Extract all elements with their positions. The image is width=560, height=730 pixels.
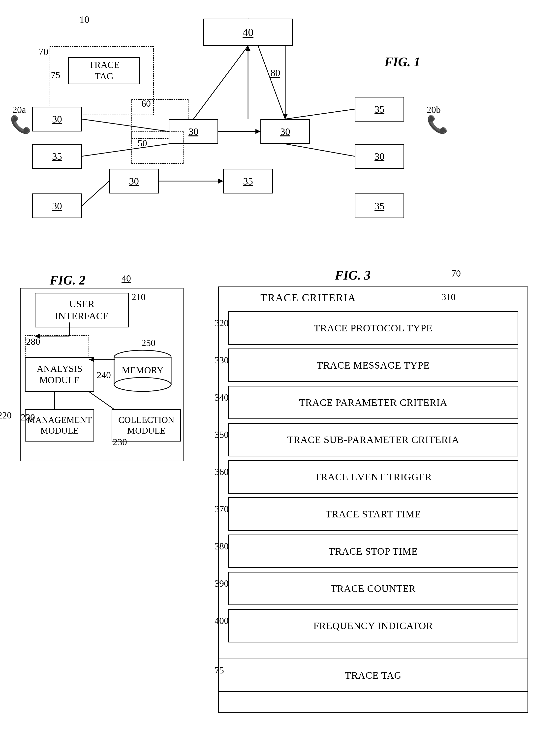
trace-counter-label: TRACE COUNTER (331, 583, 416, 594)
ref-20b: 20b (427, 104, 441, 115)
collection-module-label: COLLECTIONMODULE (118, 415, 174, 436)
svg-marker-12 (218, 179, 223, 184)
ref-240: 240 (97, 370, 111, 381)
trace-tag-label-fig1: TRACETAG (89, 59, 120, 82)
box-trace-tag-fig1: TRACETAG (68, 57, 140, 84)
box-30-flb: 30 (32, 193, 82, 218)
svg-line-2 (193, 46, 248, 119)
ref-70: 70 (38, 46, 48, 58)
ref-210: 210 (131, 291, 146, 302)
ref-75-fig1: 75 (51, 69, 60, 80)
box-30-center-label: 30 (188, 126, 198, 137)
page: FIG. 1 10 40 80 70 TRACETAG 75 30 60 30 … (0, 0, 560, 730)
box-35-lc: 35 (223, 169, 273, 193)
memory-cylinder: MEMORY (112, 350, 174, 392)
box-35-frb: 35 (355, 193, 404, 218)
box-30-flb-label: 30 (52, 200, 62, 212)
ref-75-fig3: 75 (215, 665, 224, 676)
box-30-lu: 30 (32, 107, 82, 131)
svg-marker-16 (283, 114, 288, 119)
box-30-ll: 30 (109, 169, 159, 193)
box-30-rc-label: 30 (280, 126, 290, 137)
ref-400: 400 (215, 615, 229, 626)
trace-parameter-criteria-label: TRACE PARAMETER CRITERIA (299, 397, 447, 408)
fig3-row-380: TRACE STOP TIME (228, 535, 518, 568)
box-40-label: 40 (243, 26, 253, 39)
svg-marker-6 (255, 129, 260, 134)
svg-text:MEMORY: MEMORY (122, 365, 164, 375)
box-30-lr: 30 (355, 144, 404, 169)
ref-220-pos: 220 (21, 412, 35, 423)
box-35-lm-label: 35 (52, 151, 62, 162)
box-35-ur-label: 35 (374, 103, 384, 115)
box-30-ll-label: 30 (129, 175, 139, 187)
trace-start-time-label: TRACE START TIME (326, 508, 421, 520)
management-module-box: MANAGEMENTMODULE (25, 409, 94, 442)
ref-10: 10 (79, 14, 89, 25)
svg-line-7 (285, 109, 355, 119)
ref-70-fig3: 70 (451, 268, 461, 279)
trace-protocol-type-label: TRACE PROTOCOL TYPE (314, 322, 433, 334)
ref-330: 330 (215, 355, 229, 366)
ref-230: 230 (113, 437, 127, 447)
fig3-row-trace-tag: TRACE TAG (218, 659, 528, 692)
box-30-rc: 30 (260, 119, 310, 144)
ref-40-fig2: 40 (122, 273, 131, 284)
management-module-label: MANAGEMENTMODULE (27, 415, 92, 436)
ref-50: 50 (138, 138, 147, 149)
ref-310: 310 (441, 291, 456, 302)
analysis-module-box: ANALYSISMODULE (25, 357, 94, 392)
ref-380: 380 (215, 541, 229, 552)
box-30-lu-label: 30 (52, 113, 62, 125)
svg-line-13 (82, 181, 109, 206)
trace-criteria-header: TRACE CRITERIA (260, 291, 356, 304)
trace-stop-time-label: TRACE STOP TIME (329, 545, 418, 557)
ref-20a: 20a (12, 104, 26, 115)
ref-280: 280 (26, 336, 40, 347)
fig3-row-350: TRACE SUB-PARAMETER CRITERIA (228, 423, 518, 456)
box-40-fig1: 40 (203, 19, 293, 46)
phone-20b-icon: 📞 (427, 114, 448, 134)
svg-marker-1 (246, 46, 250, 51)
fig1-label: FIG. 1 (384, 55, 420, 69)
box-35-frb-label: 35 (374, 200, 384, 212)
box-35-ur: 35 (355, 97, 404, 122)
fig3-label: FIG. 3 (335, 268, 371, 283)
ref-350: 350 (215, 429, 229, 440)
user-interface-box: USERINTERFACE (35, 293, 129, 327)
ref-360: 360 (215, 466, 229, 477)
fig3-row-370: TRACE START TIME (228, 497, 518, 531)
box-30-lr-label: 30 (374, 151, 384, 162)
phone-20a-icon: 📞 (10, 114, 31, 134)
ref-340: 340 (215, 392, 229, 403)
svg-point-19 (114, 378, 171, 391)
fig3-row-360: TRACE EVENT TRIGGER (228, 460, 518, 494)
fig3-row-390: TRACE COUNTER (228, 572, 518, 605)
fig3-row-330: TRACE MESSAGE TYPE (228, 349, 518, 382)
user-interface-label: USERINTERFACE (55, 298, 109, 322)
trace-message-type-label: TRACE MESSAGE TYPE (317, 359, 430, 371)
trace-event-trigger-label: TRACE EVENT TRIGGER (314, 471, 432, 483)
box-35-lc-label: 35 (243, 175, 253, 187)
fig3-row-400: FREQUENCY INDICATOR (228, 609, 518, 642)
ref-250: 250 (141, 337, 156, 348)
fig2-label: FIG. 2 (50, 273, 85, 287)
fig3-row-340: TRACE PARAMETER CRITERIA (228, 386, 518, 419)
frequency-indicator-label: FREQUENCY INDICATOR (313, 620, 433, 632)
ref-390: 390 (215, 578, 229, 589)
ref-80: 80 (270, 67, 280, 79)
box-35-lm: 35 (32, 144, 82, 169)
svg-line-8 (285, 144, 355, 156)
ref-370: 370 (215, 504, 229, 514)
ref-60: 60 (141, 98, 151, 109)
ref-220: 220 (0, 410, 12, 421)
trace-sub-parameter-criteria-label: TRACE SUB-PARAMETER CRITERIA (287, 434, 459, 445)
ref-320: 320 (215, 317, 229, 328)
trace-tag-label-fig3: TRACE TAG (345, 669, 402, 681)
fig3-row-320: TRACE PROTOCOL TYPE (228, 311, 518, 345)
analysis-module-label: ANALYSISMODULE (37, 363, 82, 386)
